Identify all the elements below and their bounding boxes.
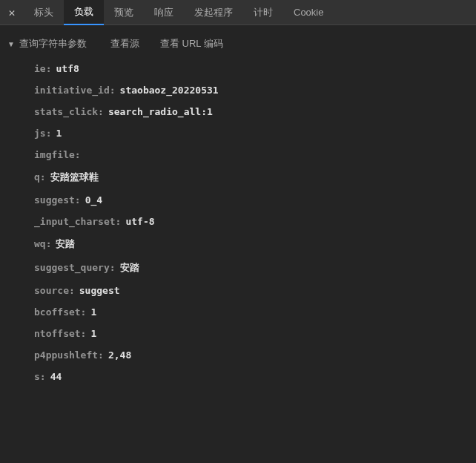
param-row: initiative_id:staobaoz_20220531 [34,79,476,101]
param-key: source: [34,285,75,296]
param-key: suggest_query: [34,262,116,273]
param-row: suggest_query:安踏 [34,256,476,280]
param-key: initiative_id: [34,85,116,96]
param-value: 安踏 [56,237,75,251]
param-key: bcoffset: [34,306,86,318]
param-value: 2,48 [108,349,131,361]
param-value: 0_4 [85,194,102,206]
param-value: search_radio_all:1 [108,106,213,117]
param-value: 安踏 [120,261,139,275]
content-area: ▼ 查询字符串参数 查看源 查看 URL 编码 ie:utf8initiativ… [0,25,476,387]
param-row: q:安踏篮球鞋 [34,165,476,189]
section-title: 查询字符串参数 [19,37,87,50]
param-row: source:suggest [34,280,476,301]
param-value: utf-8 [125,216,154,227]
param-row: ie:utf8 [34,58,476,79]
param-value: 安踏篮球鞋 [50,171,99,184]
param-key: s: [34,371,46,382]
param-value: suggest [79,285,120,296]
param-key: q: [34,171,46,183]
param-row: imgfile: [34,144,476,165]
section-header: ▼ 查询字符串参数 查看源 查看 URL 编码 [0,33,476,55]
param-key: wq: [34,238,51,249]
param-row: stats_click:search_radio_all:1 [34,101,476,122]
param-value: 1 [90,306,96,318]
param-row: wq:安踏 [34,232,476,256]
param-row: ntoffset:1 [34,323,476,344]
param-key: imgfile: [34,149,81,160]
view-source-link[interactable]: 查看源 [110,37,139,50]
tab-initiator[interactable]: 发起程序 [184,0,243,25]
param-key: js: [34,128,51,139]
param-value: 1 [90,328,96,339]
param-key: ie: [34,63,51,74]
view-url-encoded-link[interactable]: 查看 URL 编码 [160,37,223,50]
param-value: 44 [50,371,62,382]
tab-preview[interactable]: 预览 [104,0,144,25]
param-value: 1 [56,128,62,139]
param-row: p4ppushleft:2,48 [34,344,476,366]
param-row: _input_charset:utf-8 [34,211,476,232]
tab-timing[interactable]: 计时 [243,0,283,25]
tab-response[interactable]: 响应 [144,0,184,25]
tab-bar: ✕ 标头 负载 预览 响应 发起程序 计时 Cookie [0,0,476,25]
param-key: stats_click: [34,106,104,117]
param-key: ntoffset: [34,328,86,339]
tab-payload[interactable]: 负载 [64,0,104,25]
param-row: s:44 [34,366,476,387]
param-value: utf8 [56,63,79,74]
param-key: suggest: [34,194,81,206]
param-row: js:1 [34,122,476,144]
param-key: _input_charset: [34,216,121,227]
param-key: p4ppushleft: [34,349,104,361]
param-value: staobaoz_20220531 [120,85,219,96]
close-icon[interactable]: ✕ [0,0,24,25]
param-row: bcoffset:1 [34,301,476,323]
disclosure-triangle-icon[interactable]: ▼ [7,40,15,48]
tab-cookies[interactable]: Cookie [283,0,334,25]
tab-headers[interactable]: 标头 [24,0,64,25]
param-row: suggest:0_4 [34,189,476,211]
params-list: ie:utf8initiative_id:staobaoz_20220531st… [0,55,476,387]
